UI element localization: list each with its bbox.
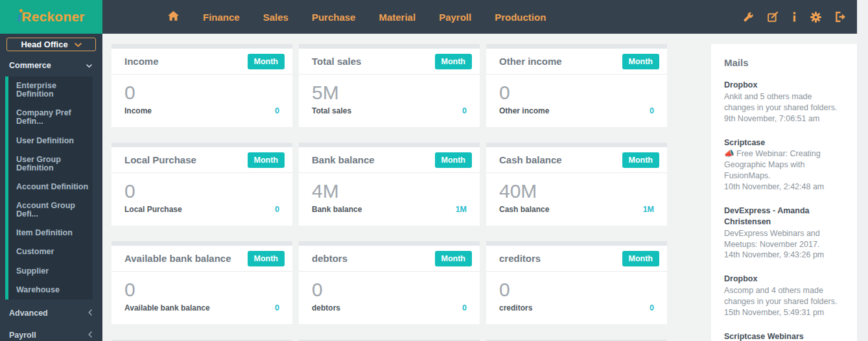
sidebar-section-payroll[interactable]: Payroll (0, 324, 102, 341)
card-sub-value-link[interactable]: 0 (275, 106, 279, 115)
month-button[interactable]: Month (622, 152, 659, 168)
card-label: Bank balance (312, 205, 362, 214)
card-label: Cash balance (499, 205, 549, 214)
card-sub-value-link[interactable]: 0 (462, 106, 467, 115)
month-button[interactable]: Month (248, 251, 285, 266)
brand-logo[interactable]: iReckoner (0, 0, 102, 34)
month-button[interactable]: Month (435, 152, 472, 168)
card-title: Income (124, 56, 159, 67)
office-selector[interactable]: Head Office (6, 38, 96, 51)
card-value: 0 (499, 82, 654, 104)
mail-sender: Scriptcase Webinars (724, 331, 844, 341)
card-title: debtors (312, 253, 347, 264)
kpi-card-total-sales: Total sales Month 5M Total sales 0 (299, 44, 480, 127)
sidebar-item-account-group-definition[interactable]: Account Group Defi... (8, 196, 93, 224)
mail-body: 📣 Free Webinar: Creating Geographic Maps… (724, 148, 844, 182)
sign-out-icon[interactable] (835, 12, 846, 22)
mail-sender: DevExpress - Amanda Christensen (724, 206, 844, 228)
wrench-icon[interactable] (743, 12, 754, 23)
mail-date: 10th November, 2:42:48 am (724, 182, 844, 193)
nav-item-production[interactable]: Production (495, 12, 546, 23)
card-sub-value-link[interactable]: 1M (643, 205, 654, 214)
gear-icon[interactable] (810, 12, 821, 23)
sidebar-item-account-definition[interactable]: Account Definition (8, 178, 93, 196)
chevron-left-icon (88, 331, 92, 340)
sidebar-item-supplier[interactable]: Supplier (8, 262, 93, 281)
card-label: Local Purchase (124, 205, 182, 214)
mail-sender: Dropbox (724, 80, 844, 91)
card-title: Bank balance (312, 154, 375, 165)
nav-item-material[interactable]: Material (379, 12, 416, 23)
month-button[interactable]: Month (435, 251, 472, 266)
sidebar-item-company-pref-definition[interactable]: Company Pref Defin... (8, 104, 93, 131)
brand-initial: i (18, 9, 21, 25)
scrollbar-track[interactable] (857, 0, 868, 341)
month-button[interactable]: Month (248, 54, 285, 69)
kpi-card-cash-balance: Cash balance Month 40M Cash balance 1M (486, 143, 667, 226)
card-title: Local Purchase (124, 154, 196, 165)
brand-name: Reckoner (21, 9, 84, 25)
home-icon (167, 10, 180, 24)
mail-list-item[interactable]: Scriptcase 📣 Free Webinar: Creating Geog… (724, 137, 844, 193)
month-button[interactable]: Month (622, 54, 659, 69)
card-title: Other income (499, 56, 562, 67)
main-navbar: Finance Sales Purchase Material Payroll … (102, 0, 868, 34)
nav-item-purchase[interactable]: Purchase (312, 12, 356, 23)
card-sub-value-link[interactable]: 0 (275, 205, 279, 214)
sidebar-section-advanced[interactable]: Advanced (0, 302, 102, 324)
sidebar-section-label: Payroll (9, 331, 36, 340)
kpi-card-available-bank-balance: Available bank balance Month 0 Available… (111, 241, 292, 324)
card-label: debtors (312, 303, 340, 312)
mail-list-item[interactable]: Dropbox Ascomp and 4 others made changes… (724, 274, 844, 318)
mail-body: DevExpress Webinars and Meetups: Novembe… (724, 228, 844, 250)
kpi-card-grid: Income Month 0 Income 0 (111, 44, 667, 341)
info-icon[interactable] (792, 12, 797, 22)
card-title: Cash balance (499, 154, 562, 165)
sidebar-item-item-definition[interactable]: Item Definition (8, 224, 93, 242)
card-label: Other income (499, 106, 549, 115)
sidebar-submenu-commerce: Enterprise Definition Company Pref Defin… (5, 76, 93, 300)
office-selector-label: Head Office (21, 40, 67, 49)
month-button[interactable]: Month (435, 54, 472, 69)
mail-list-item[interactable]: DevExpress - Amanda Christensen DevExpre… (724, 206, 844, 261)
sidebar: Head Office Commerce Enterprise Definiti… (0, 34, 102, 341)
card-label: Income (124, 106, 152, 115)
nav-item-payroll[interactable]: Payroll (439, 12, 471, 23)
nav-home-button[interactable] (167, 10, 180, 24)
mail-date: 9th November, 7:06:51 am (724, 113, 844, 124)
mail-date: 14th November, 9:43:26 pm (724, 250, 844, 261)
mail-sender: Dropbox (724, 274, 844, 285)
mails-panel-title: Mails (724, 57, 844, 68)
sidebar-item-warehouse[interactable]: Warehouse (8, 281, 93, 300)
card-sub-value-link[interactable]: 0 (650, 303, 654, 312)
main-content: Income Month 0 Income 0 (102, 34, 868, 341)
nav-item-sales[interactable]: Sales (263, 12, 288, 23)
card-title: creditors (499, 253, 541, 264)
mail-sender: Scriptcase (724, 137, 844, 148)
card-sub-value-link[interactable]: 0 (275, 303, 279, 312)
edit-icon[interactable] (768, 12, 779, 22)
top-bar: iReckoner Finance Sales Purchase Materia… (0, 0, 868, 34)
month-button[interactable]: Month (622, 251, 659, 266)
kpi-card-local-purchase: Local Purchase Month 0 Local Purchase 0 (111, 143, 292, 226)
card-sub-value-link[interactable]: 1M (456, 205, 467, 214)
card-value: 4M (312, 180, 467, 203)
month-button[interactable]: Month (248, 152, 285, 168)
mail-list-item[interactable]: Dropbox Ankit and 5 others made changes … (724, 80, 844, 124)
card-sub-value-link[interactable]: 0 (462, 303, 467, 312)
card-sub-value-link[interactable]: 0 (650, 106, 654, 115)
sidebar-section-commerce[interactable]: Commerce (0, 56, 102, 75)
kpi-card-income: Income Month 0 Income 0 (111, 44, 292, 127)
sidebar-item-enterprise-definition[interactable]: Enterprise Definition (8, 76, 93, 104)
mail-list-item[interactable]: Scriptcase Webinars (724, 331, 844, 341)
sidebar-item-user-definition[interactable]: User Definition (8, 132, 93, 150)
card-value: 40M (499, 180, 654, 203)
kpi-card-other-income: Other income Month 0 Other income 0 (486, 44, 667, 127)
sidebar-item-user-group-definition[interactable]: User Group Definition (8, 150, 93, 178)
card-value: 0 (124, 279, 279, 301)
mail-date: 15th November, 5:49:31 pm (724, 307, 844, 318)
nav-item-finance[interactable]: Finance (203, 12, 240, 23)
mail-body: Ankit and 5 others made changes in your … (724, 91, 844, 113)
sidebar-item-customer[interactable]: Customer (8, 242, 93, 261)
chevron-down-icon (86, 61, 92, 70)
